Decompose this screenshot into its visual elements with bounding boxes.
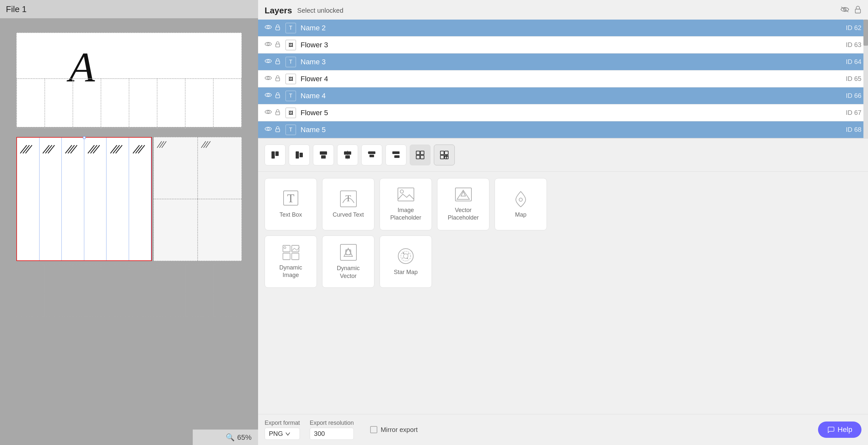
- visibility-icon[interactable]: [265, 58, 272, 65]
- layers-scrollbar[interactable]: [863, 20, 868, 138]
- elements-row-1: T Text Box T Curved Text Image Placehold…: [265, 178, 862, 230]
- inner-cell: [84, 138, 107, 260]
- image-placeholder-label: Image Placeholder: [390, 207, 421, 222]
- layer-id: ID 63: [846, 41, 862, 48]
- mirror-export-checkbox[interactable]: [370, 426, 377, 433]
- align-center-button[interactable]: [361, 144, 382, 165]
- svg-rect-30: [276, 44, 280, 47]
- svg-rect-76: [292, 245, 299, 252]
- svg-rect-60: [445, 151, 448, 155]
- visibility-icon[interactable]: [265, 75, 272, 82]
- grid-cell: [157, 79, 185, 129]
- layer-row-name3[interactable]: T Name 3 ID 64: [258, 54, 868, 70]
- dynamic-image-card[interactable]: Dynamic Image: [265, 236, 317, 288]
- export-resolution-input[interactable]: 300: [310, 428, 354, 440]
- svg-rect-54: [394, 155, 400, 158]
- lock-icon[interactable]: [275, 41, 280, 49]
- visibility-icon[interactable]: [265, 92, 272, 99]
- right-top: [154, 137, 242, 199]
- lock-icon[interactable]: [275, 126, 280, 134]
- grid-cell: [73, 79, 101, 129]
- file-title-text: File 1: [6, 4, 27, 14]
- canvas-area[interactable]: A: [0, 18, 258, 445]
- map-card[interactable]: Map: [495, 178, 547, 230]
- help-button[interactable]: Help: [818, 421, 862, 438]
- svg-rect-55: [416, 151, 420, 155]
- bottom-controls: Export format PNG Export resolution 300 …: [258, 414, 868, 445]
- toolbar-section: [258, 139, 868, 172]
- lock-icon[interactable]: [275, 75, 280, 83]
- svg-rect-43: [296, 151, 299, 159]
- scrollbar-thumb[interactable]: [863, 20, 868, 46]
- export-resolution-value: 300: [314, 430, 325, 437]
- visibility-icon[interactable]: [265, 41, 272, 48]
- export-format-label: Export format: [265, 419, 300, 426]
- svg-rect-69: [398, 188, 414, 201]
- add-element-button[interactable]: [434, 144, 455, 165]
- align-right-button[interactable]: [385, 144, 406, 165]
- lock-all-icon[interactable]: [854, 5, 862, 16]
- vector-placeholder-label: Vector Placeholder: [447, 207, 478, 222]
- layers-header-icons: [841, 5, 862, 16]
- align-center-v-button[interactable]: [289, 144, 310, 165]
- selection-box[interactable]: [16, 137, 152, 261]
- canvas-panel: File 1 A: [0, 0, 258, 445]
- svg-rect-59: [440, 151, 444, 155]
- layer-row-name5[interactable]: T Name 5 ID 68: [258, 122, 868, 138]
- export-format-select[interactable]: PNG: [265, 428, 300, 440]
- svg-point-79: [284, 247, 286, 249]
- layer-row-flower4[interactable]: 🖼 Flower 4 ID 65: [258, 70, 868, 88]
- right-cell: [154, 137, 198, 199]
- visibility-icon[interactable]: [265, 109, 272, 116]
- layer-row-name4[interactable]: T Name 4 ID 66: [258, 88, 868, 104]
- lock-icon[interactable]: [275, 24, 280, 32]
- layer-id: ID 62: [846, 24, 862, 32]
- export-format-value: PNG: [269, 430, 283, 438]
- lock-icon[interactable]: [275, 92, 280, 100]
- curved-text-card[interactable]: T Curved Text: [322, 178, 374, 230]
- text-box-label: Text Box: [279, 211, 302, 218]
- svg-rect-41: [272, 151, 275, 159]
- right-cell: [154, 199, 198, 261]
- dynamic-vector-card[interactable]: Dynamic Vector: [322, 236, 374, 288]
- lock-icon[interactable]: [275, 109, 280, 117]
- layer-type-image-icon: 🖼: [285, 74, 296, 84]
- visibility-icon[interactable]: [265, 126, 272, 133]
- star-map-card[interactable]: Star Map: [380, 236, 432, 288]
- inner-cell: [39, 138, 62, 260]
- svg-rect-26: [855, 9, 861, 13]
- svg-rect-78: [292, 253, 299, 260]
- layer-row-flower3[interactable]: 🖼 Flower 3 ID 63: [258, 37, 868, 54]
- curved-text-icon: T: [339, 190, 358, 208]
- layer-id: ID 67: [846, 109, 862, 116]
- visibility-icon[interactable]: [265, 25, 272, 31]
- svg-line-19: [159, 141, 164, 148]
- layer-name: Flower 4: [301, 75, 846, 83]
- text-box-card[interactable]: T Text Box: [265, 178, 317, 230]
- svg-point-35: [267, 94, 270, 96]
- layers-scroll-container[interactable]: T Name 2 ID 62 🖼 Flower 3 ID 63: [258, 20, 868, 138]
- file-title: File 1: [0, 0, 258, 18]
- elements-row-2: Dynamic Image Dynamic Vector Star Map: [265, 236, 862, 288]
- svg-point-85: [403, 254, 408, 259]
- grid-cell: [45, 79, 73, 129]
- layer-row-name2[interactable]: T Name 2 ID 62: [258, 20, 868, 37]
- vector-placeholder-card[interactable]: Vector Placeholder: [437, 178, 489, 230]
- align-middle-button[interactable]: [337, 144, 358, 165]
- image-placeholder-card[interactable]: Image Placeholder: [380, 178, 432, 230]
- right-bottom: [154, 199, 242, 261]
- resize-grid-button[interactable]: [410, 144, 431, 165]
- slash-mark: [62, 143, 85, 156]
- svg-rect-44: [300, 153, 303, 157]
- align-top-left-button[interactable]: [265, 144, 285, 165]
- svg-line-23: [206, 141, 210, 148]
- select-unlocked-button[interactable]: Select unlocked: [297, 7, 343, 14]
- lock-icon[interactable]: [275, 58, 280, 66]
- svg-point-37: [267, 111, 270, 113]
- mirror-export-group: Mirror export: [370, 426, 417, 434]
- curved-text-label: Curved Text: [333, 211, 364, 218]
- hide-all-icon[interactable]: [841, 6, 849, 15]
- inner-grid: [17, 138, 151, 260]
- layer-row-flower5[interactable]: 🖼 Flower 5 ID 67: [258, 104, 868, 122]
- align-center-h-button[interactable]: [313, 144, 334, 165]
